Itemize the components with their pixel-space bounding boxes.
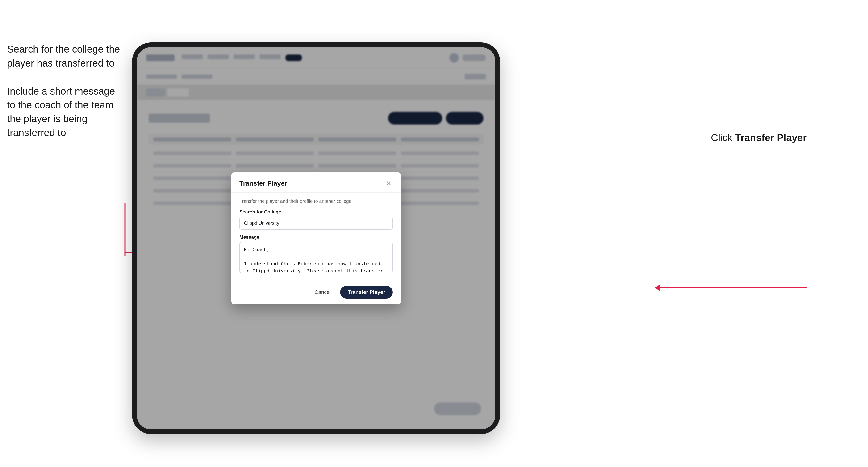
annotation-right-bold: Transfer Player: [735, 132, 807, 143]
modal-footer: Cancel Transfer Player: [231, 281, 401, 305]
modal-close-button[interactable]: ✕: [384, 179, 393, 188]
annotation-text-2: Include a short message to the coach of …: [7, 85, 123, 140]
annotation-right: Click Transfer Player: [711, 132, 807, 144]
modal-overlay: Transfer Player ✕ Transfer the player an…: [137, 47, 495, 429]
ipad-screen: Transfer Player ✕ Transfer the player an…: [137, 47, 495, 429]
modal-header: Transfer Player ✕: [231, 172, 401, 193]
modal-description: Transfer the player and their profile to…: [239, 198, 393, 204]
ipad-device: Transfer Player ✕ Transfer the player an…: [132, 42, 500, 434]
annotation-right-prefix: Click: [711, 132, 735, 143]
cancel-button[interactable]: Cancel: [310, 287, 335, 298]
annotation-left: Search for the college the player has tr…: [7, 42, 123, 154]
modal-body: Transfer the player and their profile to…: [231, 193, 401, 281]
modal-title: Transfer Player: [239, 180, 287, 187]
transfer-player-modal: Transfer Player ✕ Transfer the player an…: [231, 172, 401, 305]
annotation-text-1: Search for the college the player has tr…: [7, 42, 123, 70]
search-college-input[interactable]: [239, 217, 393, 230]
svg-marker-3: [654, 284, 660, 291]
message-textarea[interactable]: Hi Coach, I understand Chris Robertson h…: [239, 242, 393, 273]
transfer-player-button[interactable]: Transfer Player: [340, 286, 393, 299]
search-college-label: Search for College: [239, 209, 393, 215]
message-label: Message: [239, 235, 393, 240]
